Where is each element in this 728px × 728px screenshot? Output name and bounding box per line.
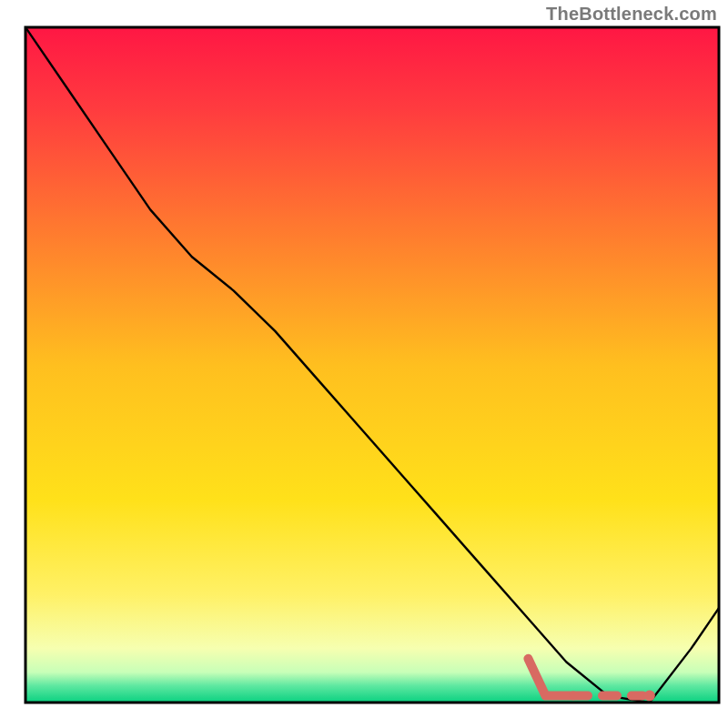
chart-root: { "attribution": "TheBottleneck.com", "c… — [0, 0, 728, 728]
svg-point-2 — [644, 691, 655, 702]
attribution-text: TheBottleneck.com — [546, 4, 717, 25]
gradient-background — [25, 27, 719, 703]
bottleneck-chart — [0, 0, 728, 728]
